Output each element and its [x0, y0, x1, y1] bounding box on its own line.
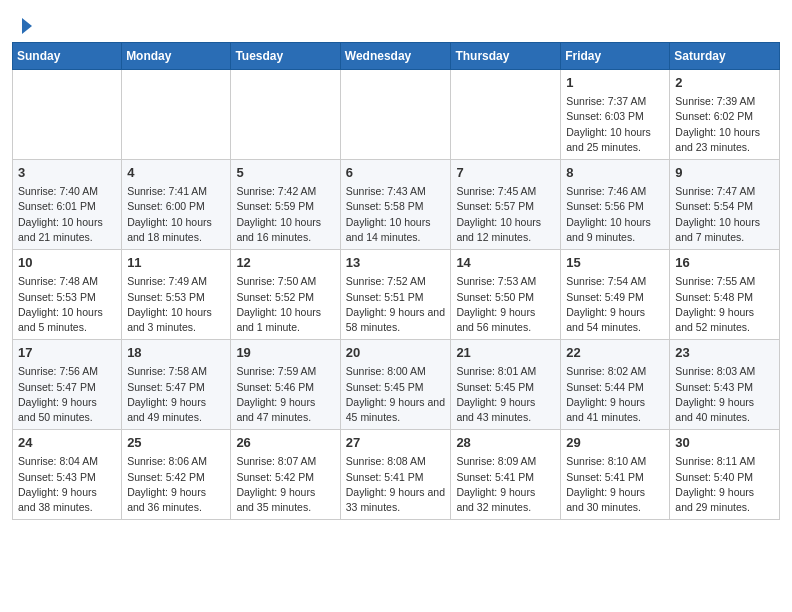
week-row-5: 24Sunrise: 8:04 AM Sunset: 5:43 PM Dayli… [13, 430, 780, 520]
calendar-cell: 30Sunrise: 8:11 AM Sunset: 5:40 PM Dayli… [670, 430, 780, 520]
day-number: 23 [675, 344, 774, 362]
day-number: 25 [127, 434, 225, 452]
day-number: 1 [566, 74, 664, 92]
calendar-cell [340, 70, 451, 160]
day-info: Sunrise: 7:37 AM Sunset: 6:03 PM Dayligh… [566, 94, 664, 155]
day-number: 2 [675, 74, 774, 92]
calendar-table: SundayMondayTuesdayWednesdayThursdayFrid… [12, 42, 780, 520]
calendar-cell: 27Sunrise: 8:08 AM Sunset: 5:41 PM Dayli… [340, 430, 451, 520]
calendar-cell: 23Sunrise: 8:03 AM Sunset: 5:43 PM Dayli… [670, 340, 780, 430]
calendar-header: SundayMondayTuesdayWednesdayThursdayFrid… [13, 43, 780, 70]
calendar-cell: 8Sunrise: 7:46 AM Sunset: 5:56 PM Daylig… [561, 160, 670, 250]
calendar-cell: 14Sunrise: 7:53 AM Sunset: 5:50 PM Dayli… [451, 250, 561, 340]
day-number: 27 [346, 434, 446, 452]
day-info: Sunrise: 7:59 AM Sunset: 5:46 PM Dayligh… [236, 364, 334, 425]
calendar-cell: 11Sunrise: 7:49 AM Sunset: 5:53 PM Dayli… [122, 250, 231, 340]
day-number: 8 [566, 164, 664, 182]
calendar-cell: 24Sunrise: 8:04 AM Sunset: 5:43 PM Dayli… [13, 430, 122, 520]
calendar-cell: 1Sunrise: 7:37 AM Sunset: 6:03 PM Daylig… [561, 70, 670, 160]
week-row-3: 10Sunrise: 7:48 AM Sunset: 5:53 PM Dayli… [13, 250, 780, 340]
days-of-week-row: SundayMondayTuesdayWednesdayThursdayFrid… [13, 43, 780, 70]
day-info: Sunrise: 7:52 AM Sunset: 5:51 PM Dayligh… [346, 274, 446, 335]
day-number: 6 [346, 164, 446, 182]
week-row-2: 3Sunrise: 7:40 AM Sunset: 6:01 PM Daylig… [13, 160, 780, 250]
week-row-4: 17Sunrise: 7:56 AM Sunset: 5:47 PM Dayli… [13, 340, 780, 430]
logo [20, 18, 32, 34]
day-info: Sunrise: 7:48 AM Sunset: 5:53 PM Dayligh… [18, 274, 116, 335]
page-header [0, 0, 792, 42]
dow-header-wednesday: Wednesday [340, 43, 451, 70]
day-info: Sunrise: 8:10 AM Sunset: 5:41 PM Dayligh… [566, 454, 664, 515]
calendar-cell [122, 70, 231, 160]
day-number: 17 [18, 344, 116, 362]
day-info: Sunrise: 8:01 AM Sunset: 5:45 PM Dayligh… [456, 364, 555, 425]
calendar-cell: 16Sunrise: 7:55 AM Sunset: 5:48 PM Dayli… [670, 250, 780, 340]
calendar-cell: 13Sunrise: 7:52 AM Sunset: 5:51 PM Dayli… [340, 250, 451, 340]
day-info: Sunrise: 8:03 AM Sunset: 5:43 PM Dayligh… [675, 364, 774, 425]
dow-header-tuesday: Tuesday [231, 43, 340, 70]
calendar-cell: 20Sunrise: 8:00 AM Sunset: 5:45 PM Dayli… [340, 340, 451, 430]
calendar-cell: 5Sunrise: 7:42 AM Sunset: 5:59 PM Daylig… [231, 160, 340, 250]
day-info: Sunrise: 7:39 AM Sunset: 6:02 PM Dayligh… [675, 94, 774, 155]
calendar-cell [231, 70, 340, 160]
day-number: 12 [236, 254, 334, 272]
day-number: 20 [346, 344, 446, 362]
day-number: 22 [566, 344, 664, 362]
dow-header-thursday: Thursday [451, 43, 561, 70]
calendar-cell: 28Sunrise: 8:09 AM Sunset: 5:41 PM Dayli… [451, 430, 561, 520]
day-number: 29 [566, 434, 664, 452]
calendar-cell: 4Sunrise: 7:41 AM Sunset: 6:00 PM Daylig… [122, 160, 231, 250]
day-number: 21 [456, 344, 555, 362]
day-info: Sunrise: 7:45 AM Sunset: 5:57 PM Dayligh… [456, 184, 555, 245]
calendar-cell: 9Sunrise: 7:47 AM Sunset: 5:54 PM Daylig… [670, 160, 780, 250]
day-number: 24 [18, 434, 116, 452]
day-number: 3 [18, 164, 116, 182]
logo-arrow-icon [22, 18, 32, 34]
day-info: Sunrise: 7:49 AM Sunset: 5:53 PM Dayligh… [127, 274, 225, 335]
calendar-cell: 2Sunrise: 7:39 AM Sunset: 6:02 PM Daylig… [670, 70, 780, 160]
day-info: Sunrise: 8:04 AM Sunset: 5:43 PM Dayligh… [18, 454, 116, 515]
calendar-cell [13, 70, 122, 160]
calendar-cell: 26Sunrise: 8:07 AM Sunset: 5:42 PM Dayli… [231, 430, 340, 520]
calendar-cell: 17Sunrise: 7:56 AM Sunset: 5:47 PM Dayli… [13, 340, 122, 430]
calendar-cell: 21Sunrise: 8:01 AM Sunset: 5:45 PM Dayli… [451, 340, 561, 430]
calendar-cell [451, 70, 561, 160]
day-info: Sunrise: 8:07 AM Sunset: 5:42 PM Dayligh… [236, 454, 334, 515]
dow-header-monday: Monday [122, 43, 231, 70]
day-info: Sunrise: 7:43 AM Sunset: 5:58 PM Dayligh… [346, 184, 446, 245]
calendar-cell: 25Sunrise: 8:06 AM Sunset: 5:42 PM Dayli… [122, 430, 231, 520]
day-number: 10 [18, 254, 116, 272]
calendar-cell: 15Sunrise: 7:54 AM Sunset: 5:49 PM Dayli… [561, 250, 670, 340]
day-info: Sunrise: 7:42 AM Sunset: 5:59 PM Dayligh… [236, 184, 334, 245]
day-info: Sunrise: 8:02 AM Sunset: 5:44 PM Dayligh… [566, 364, 664, 425]
day-number: 11 [127, 254, 225, 272]
calendar-cell: 12Sunrise: 7:50 AM Sunset: 5:52 PM Dayli… [231, 250, 340, 340]
day-number: 15 [566, 254, 664, 272]
calendar-cell: 6Sunrise: 7:43 AM Sunset: 5:58 PM Daylig… [340, 160, 451, 250]
week-row-1: 1Sunrise: 7:37 AM Sunset: 6:03 PM Daylig… [13, 70, 780, 160]
calendar-cell: 29Sunrise: 8:10 AM Sunset: 5:41 PM Dayli… [561, 430, 670, 520]
day-info: Sunrise: 8:06 AM Sunset: 5:42 PM Dayligh… [127, 454, 225, 515]
day-number: 28 [456, 434, 555, 452]
calendar-wrapper: SundayMondayTuesdayWednesdayThursdayFrid… [0, 42, 792, 532]
day-number: 30 [675, 434, 774, 452]
day-number: 13 [346, 254, 446, 272]
day-info: Sunrise: 7:50 AM Sunset: 5:52 PM Dayligh… [236, 274, 334, 335]
day-number: 16 [675, 254, 774, 272]
day-number: 18 [127, 344, 225, 362]
day-info: Sunrise: 8:00 AM Sunset: 5:45 PM Dayligh… [346, 364, 446, 425]
calendar-cell: 22Sunrise: 8:02 AM Sunset: 5:44 PM Dayli… [561, 340, 670, 430]
calendar-cell: 3Sunrise: 7:40 AM Sunset: 6:01 PM Daylig… [13, 160, 122, 250]
day-info: Sunrise: 8:09 AM Sunset: 5:41 PM Dayligh… [456, 454, 555, 515]
day-info: Sunrise: 7:58 AM Sunset: 5:47 PM Dayligh… [127, 364, 225, 425]
day-info: Sunrise: 7:54 AM Sunset: 5:49 PM Dayligh… [566, 274, 664, 335]
day-number: 5 [236, 164, 334, 182]
day-info: Sunrise: 7:56 AM Sunset: 5:47 PM Dayligh… [18, 364, 116, 425]
day-info: Sunrise: 8:11 AM Sunset: 5:40 PM Dayligh… [675, 454, 774, 515]
calendar-cell: 18Sunrise: 7:58 AM Sunset: 5:47 PM Dayli… [122, 340, 231, 430]
day-number: 14 [456, 254, 555, 272]
day-info: Sunrise: 7:53 AM Sunset: 5:50 PM Dayligh… [456, 274, 555, 335]
day-info: Sunrise: 7:40 AM Sunset: 6:01 PM Dayligh… [18, 184, 116, 245]
calendar-cell: 10Sunrise: 7:48 AM Sunset: 5:53 PM Dayli… [13, 250, 122, 340]
day-number: 9 [675, 164, 774, 182]
